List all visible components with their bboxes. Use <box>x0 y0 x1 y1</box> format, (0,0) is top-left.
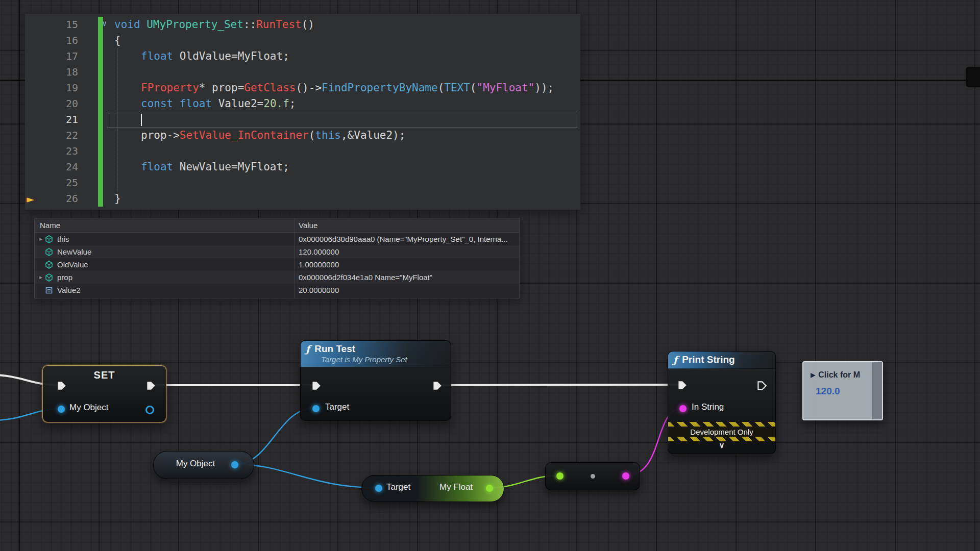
code-text: float NewValue=MyFloat; <box>114 159 289 175</box>
expand-pins-chevron-icon[interactable]: ∨ <box>668 441 775 450</box>
expander-icon[interactable]: ▸ <box>37 274 45 281</box>
set-variable-node[interactable]: SET My Object <box>42 365 166 422</box>
code-line-23[interactable]: 23 <box>25 143 580 159</box>
name-column-header[interactable]: Name <box>35 221 295 230</box>
watch-row-Value2[interactable]: Value220.0000000 <box>35 284 519 296</box>
value-column-header[interactable]: Value <box>295 221 317 230</box>
object-output-pin[interactable] <box>145 406 154 414</box>
run-test-node[interactable]: ƒ Run Test Target is My Property Set Tar… <box>300 340 451 421</box>
exec-in-pin[interactable] <box>676 380 688 391</box>
watch-window[interactable]: Name Value ▸this0x000006d30d90aaa0 (Name… <box>34 218 520 298</box>
variable-value[interactable]: 1.00000000 <box>295 260 519 269</box>
line-number[interactable]: 18 <box>25 64 78 80</box>
variable-name[interactable]: prop <box>57 273 72 282</box>
field-icon <box>45 286 54 294</box>
wire-myobject-to-myfloat-target[interactable] <box>235 464 377 488</box>
float-input-pin[interactable] <box>556 472 564 480</box>
variable-value[interactable]: 20.0000000 <box>295 286 519 294</box>
my-object-getter-node[interactable]: My Object <box>153 451 254 479</box>
line-number[interactable]: 22 <box>25 128 78 143</box>
line-number[interactable]: 23 <box>25 143 78 159</box>
execution-pointer-icon[interactable]: ► <box>27 191 34 207</box>
variable-value[interactable]: 0x000006d2f034e1a0 Name="MyFloat" <box>295 273 519 282</box>
line-number[interactable]: 21 <box>25 112 78 128</box>
code-line-25[interactable]: 25 <box>25 175 580 191</box>
watch-row-NewValue[interactable]: NewValue120.000000 <box>35 245 519 258</box>
variable-value[interactable]: 120.000000 <box>295 247 519 256</box>
exec-out-pin[interactable] <box>431 380 443 391</box>
float-output-pin[interactable] <box>486 485 493 492</box>
exec-in-pin[interactable] <box>310 380 322 391</box>
code-token: ,&Value2); <box>341 129 405 141</box>
variable-name[interactable]: this <box>57 235 69 243</box>
object-output-pin[interactable] <box>231 461 238 468</box>
variable-name[interactable]: OldValue <box>57 260 88 269</box>
debug-watch-bubble[interactable]: ▶ Click for M 120.0 <box>802 361 883 420</box>
code-token: UMyProperty_Set <box>146 18 243 31</box>
code-token: SetValue_InContainer <box>180 129 309 141</box>
conversion-dot-icon <box>591 474 595 479</box>
development-only-text: Development Only <box>668 427 775 437</box>
code-token: 20.f <box>263 97 289 110</box>
watch-row-OldValue[interactable]: OldValue1.00000000 <box>35 258 519 271</box>
code-line-19[interactable]: 19FProperty* prop=GetClass()->FindProper… <box>25 80 580 96</box>
code-token: ; <box>289 97 296 110</box>
run-test-title: Run Test <box>314 343 355 355</box>
watch-name-cell: NewValue <box>35 247 295 256</box>
print-string-node[interactable]: ƒ Print String In String Development Onl… <box>668 351 776 454</box>
in-string-input-pin[interactable] <box>679 405 687 412</box>
code-token: RunTest <box>256 18 302 31</box>
float-to-string-conversion-node[interactable] <box>545 462 640 490</box>
watch-row-this[interactable]: ▸this0x000006d30d90aaa0 (Name="MyPropert… <box>35 233 519 245</box>
code-line-21[interactable]: 21 <box>25 112 580 128</box>
code-line-22[interactable]: 22prop->SetValue_InContainer(this,&Value… <box>25 128 580 143</box>
object-input-pin[interactable] <box>58 406 65 413</box>
target-input-pin[interactable] <box>375 485 382 492</box>
code-token: FindPropertyByName <box>322 82 438 94</box>
code-token: )); <box>534 82 554 94</box>
bubble-value: 120.0 <box>816 386 871 397</box>
blueprint-canvas[interactable]: SET My Object ƒ Run Test Target is My Pr… <box>0 0 980 551</box>
expander-icon[interactable]: ▸ <box>37 236 45 242</box>
target-label: Target <box>325 402 349 412</box>
code-line-18[interactable]: 18 <box>25 64 580 80</box>
variable-name[interactable]: NewValue <box>57 247 91 256</box>
target-input-pin[interactable] <box>312 405 320 412</box>
code-line-16[interactable]: 16{ <box>25 33 580 48</box>
object-cube-icon <box>45 261 54 269</box>
variable-name[interactable]: Value2 <box>57 286 81 294</box>
exec-in-pin[interactable] <box>56 380 67 391</box>
code-line-15[interactable]: 15∨void UMyProperty_Set::RunTest() <box>25 17 580 33</box>
wire-exec-runtest-to-printstring[interactable] <box>436 385 681 385</box>
code-token: ( <box>470 82 477 94</box>
bubble-label[interactable]: Click for M <box>818 370 860 380</box>
fold-chevron-icon[interactable]: ∨ <box>102 16 107 32</box>
variable-value[interactable]: 0x000006d30d90aaa0 (Name="MyProperty_Set… <box>295 235 519 243</box>
code-token: { <box>114 34 121 46</box>
line-number[interactable]: 17 <box>25 48 78 64</box>
text-cursor <box>141 114 142 126</box>
code-editor[interactable]: 15∨void UMyProperty_Set::RunTest()16{17f… <box>25 14 580 210</box>
line-number[interactable]: 20 <box>25 96 78 112</box>
exec-out-pin[interactable] <box>145 380 156 391</box>
column-divider[interactable] <box>295 218 295 298</box>
exec-out-pin[interactable] <box>756 380 767 391</box>
watch-header-row: Name Value <box>35 218 519 233</box>
code-line-20[interactable]: 20const float Value2=20.f; <box>25 96 580 112</box>
line-number[interactable]: 15 <box>25 17 78 33</box>
code-text <box>114 112 142 128</box>
code-line-26[interactable]: 26►} <box>25 191 580 207</box>
code-line-17[interactable]: 17float OldValue=MyFloat; <box>25 48 580 64</box>
watch-row-prop[interactable]: ▸prop0x000006d2f034e1a0 Name="MyFloat" <box>35 271 519 284</box>
set-node-title: SET <box>43 369 166 381</box>
code-line-24[interactable]: 24float NewValue=MyFloat; <box>25 159 580 175</box>
line-number[interactable]: 24 <box>25 159 78 175</box>
line-number[interactable]: 19 <box>25 80 78 96</box>
line-number[interactable]: 25 <box>25 175 78 191</box>
code-token: } <box>114 192 121 205</box>
my-float-getter-node[interactable]: Target My Float <box>361 475 504 502</box>
string-output-pin[interactable] <box>622 472 629 480</box>
code-token: OldValue=MyFloat; <box>180 50 289 62</box>
code-token: ( <box>438 82 445 94</box>
line-number[interactable]: 16 <box>25 33 78 48</box>
